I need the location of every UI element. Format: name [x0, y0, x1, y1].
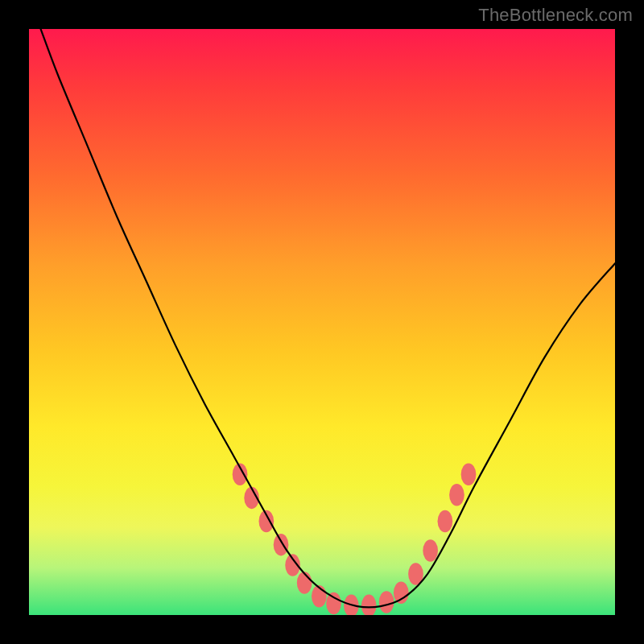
marker-dot [326, 592, 341, 615]
chart-frame: TheBottleneck.com [0, 0, 644, 644]
marker-dot [394, 582, 409, 605]
marker-dot [297, 572, 312, 594]
marker-dot [274, 534, 289, 556]
marker-layer [233, 464, 477, 615]
marker-dot [423, 539, 438, 562]
marker-dot [449, 484, 464, 506]
marker-dot [361, 595, 377, 615]
bottleneck-curve [41, 29, 615, 607]
marker-dot [379, 591, 394, 613]
plot-area [29, 29, 615, 615]
watermark-label: TheBottleneck.com [478, 5, 633, 26]
chart-svg [29, 29, 615, 615]
marker-dot [438, 510, 453, 533]
marker-dot [461, 464, 477, 486]
